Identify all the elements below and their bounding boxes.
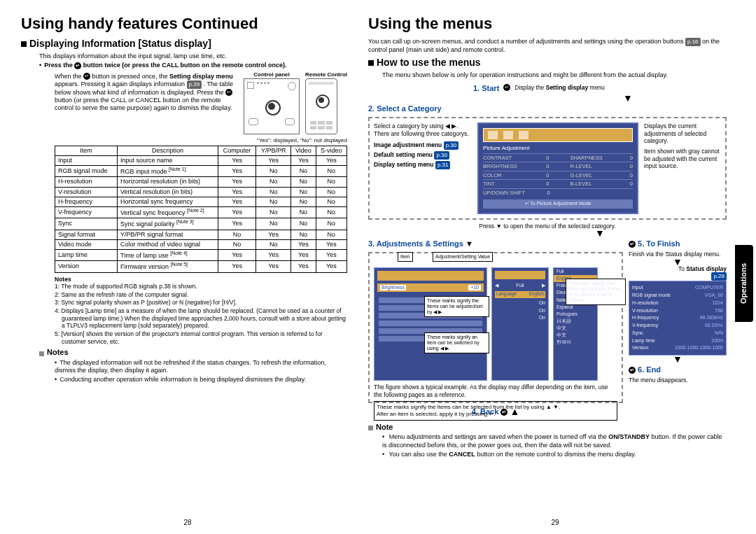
explain-text: When the button is pressed once, the Set… <box>55 73 238 113</box>
lang-item: Portugues <box>554 311 597 318</box>
table-row: Signal formatY/PB/PR signal formatNoYesN… <box>55 230 347 239</box>
status-osd-row: H-resolution1024 <box>632 300 723 307</box>
step3-text: The figure shows a typical example. As t… <box>374 384 617 398</box>
note2: You can also use the CANCEL button on th… <box>382 451 727 458</box>
remote-diagram <box>305 78 337 134</box>
step3-label: 3. Adjustments & Settings ▼ <box>368 239 623 249</box>
lang-item: 한국어 <box>554 339 597 346</box>
status-table: ItemDescription ComputerY/PB/PR VideoS-v… <box>55 146 347 273</box>
osd-row: COLOR0G-LEVEL0 <box>483 171 633 179</box>
step3-note-box: These marks signify the items can be sel… <box>374 401 617 421</box>
table-row: V-resolutionVertical resolution (in bits… <box>55 187 347 197</box>
right-page: Using the menus You can call up on-scree… <box>361 14 749 527</box>
step1-label: 1. Start <box>473 84 499 94</box>
page-ref-badge: p.29 <box>187 80 202 89</box>
step2-label: 2. Select a Category <box>368 104 727 114</box>
section-status-display: Displaying Information [Status display] <box>21 38 347 50</box>
footnote: 4: Displays [Lamp time] as a measure of … <box>55 307 347 330</box>
control-panel-diagram <box>244 78 300 134</box>
step3-side-osd: ◀Full▶ LanguageEnglish On On On This mar… <box>491 267 549 381</box>
status-osd-row: RGB signal modeVGA_60 <box>632 292 723 300</box>
table-row: Video modeColor method of video signalNo… <box>55 239 347 249</box>
table-row: Lamp timeTime of lamp use [Note 4]YesYes… <box>55 250 347 261</box>
notes-heading: Notes <box>39 348 347 358</box>
osd-row: UP/DOWN SHIFT0 <box>483 188 633 197</box>
enter-icon <box>74 62 81 69</box>
osd-side-b: Item shown with gray cannot be adjusted … <box>644 148 721 170</box>
callout-marks1: These marks signify the items can be adj… <box>424 296 489 317</box>
step1-row: 1. Start Display the Setting display men… <box>473 81 727 95</box>
status-osd-row: Sync.N/N <box>632 330 723 337</box>
lang-item: 中文 <box>554 332 597 339</box>
step-instruction: Press the button twice (or press the CAL… <box>39 62 347 69</box>
square-bullet-icon <box>368 60 374 66</box>
status-osd-row: V-frequency60.03Hz <box>632 322 723 330</box>
arrow-down-icon: ▼ <box>629 258 727 265</box>
control-panel-label: Control panel <box>244 71 300 78</box>
status-osd-row: InputCOMPUTER <box>632 284 723 292</box>
left-page: Using handy features Continued Displayin… <box>14 14 361 527</box>
osd-footer: ↵ To Picture Adjustment Mode <box>483 199 633 209</box>
page-spread: Using handy features Continued Displayin… <box>0 0 756 534</box>
osd-row: BRIGHTNESS0R-LEVEL0 <box>483 162 633 170</box>
footnotes: 1: The mode of supported RGB signals p.3… <box>55 283 347 345</box>
step3-osd: Brightness+10 <box>374 267 487 381</box>
table-row: InputInput source nameYesYesYesYes <box>55 155 347 165</box>
arrow-down-icon: ▼ <box>529 94 727 101</box>
right-intro: You can call up on-screen menus, and con… <box>368 38 727 54</box>
explain-row: When the button is pressed once, the Set… <box>55 71 347 134</box>
page-ref-badge: p.16 <box>685 38 701 46</box>
note-item: The displayed information will not be re… <box>55 359 347 375</box>
footnote: 2: Same as the refresh rate of the compu… <box>55 291 347 299</box>
footnote: 1: The mode of supported RGB signals p.3… <box>55 283 347 290</box>
arrow-down-icon: ▼ <box>473 230 727 237</box>
step2-box: Select a category by using ◀ ▶. There ar… <box>368 117 727 220</box>
enter-icon <box>83 73 90 80</box>
square-bullet-icon <box>21 41 27 47</box>
remote-label: Remote Control <box>305 71 347 78</box>
table-row: V-frequencyVertical sync frequency [Note… <box>55 207 347 218</box>
table-row: RGB signal modeRGB input mode [Note 1]Ye… <box>55 166 347 177</box>
enter-icon <box>629 367 636 374</box>
table-legend: "Yes": displayed, "No": not displayed <box>55 137 347 144</box>
note1: Menu adjustments and settings are saved … <box>382 433 727 449</box>
table-head-row: ItemDescription ComputerY/PB/PR VideoS-v… <box>55 146 347 155</box>
to-status-label: To Status display <box>678 265 727 272</box>
step6-label: 6. End <box>629 365 727 375</box>
enter-icon <box>225 89 232 96</box>
step5-label: 5. To Finish <box>629 239 727 249</box>
callout-value: Adjustment/Setting Value <box>433 252 493 262</box>
table-row: H-resolutionHorizontal resolution (in bi… <box>55 177 347 187</box>
status-osd-row: H-frequency48.383kHz <box>632 314 723 322</box>
page-ref-badge: p.28 <box>711 272 727 281</box>
step6-text: The menu disappears. <box>629 377 727 384</box>
callout-marks2: These marks signify an item can be switc… <box>424 332 489 353</box>
square-bullet-icon <box>39 351 44 356</box>
how-to-sub: The menu shown below is only for operati… <box>382 71 727 79</box>
status-osd-row: Lamp time200H <box>632 337 723 345</box>
callout-marks3: This mark signify that there are options… <box>566 279 626 305</box>
enter-icon <box>629 241 636 248</box>
osd-row: TINT0B-LEVEL0 <box>483 179 633 188</box>
osd-row: CONTRAST0SHARPNESS0 <box>483 153 633 162</box>
step3-box: Item Adjustment/Setting Value Brightness… <box>368 252 623 403</box>
how-to-heading: How to use the menus <box>368 57 727 69</box>
osd-picture-adjustment: Picture Adjustment CONTRAST0SHARPNESS0BR… <box>477 122 638 214</box>
press-open: Press ▼ to open the menu of the selected… <box>368 223 727 230</box>
lang-item: 日本語 <box>554 318 597 325</box>
page-ref-badge: p.30 <box>434 151 449 160</box>
left-title: Using handy features Continued <box>21 14 347 34</box>
status-display-osd: InputCOMPUTERRGB signal modeVGA_60H-reso… <box>629 281 727 356</box>
step2-text: Select a category by using ◀ ▶. There ar… <box>374 122 472 137</box>
footnotes-head: Notes <box>55 276 347 283</box>
arrow-down-icon: ▼ <box>629 356 727 363</box>
square-bullet-icon <box>368 426 373 430</box>
status-osd-row: Version1000-1000-1000-1000 <box>632 344 723 352</box>
intro-text: This displays information about the inpu… <box>39 52 347 60</box>
page-ref-badge: p.30 <box>444 141 459 150</box>
status-osd-row: V-resolution768 <box>632 307 723 315</box>
page-number: 28 <box>14 519 361 528</box>
footnote: 3: Sync signal polarity shown as P (posi… <box>55 299 347 307</box>
lang-item: 中文 <box>554 325 597 332</box>
footnote: 5: [Version] shows the version of the pr… <box>55 330 347 345</box>
